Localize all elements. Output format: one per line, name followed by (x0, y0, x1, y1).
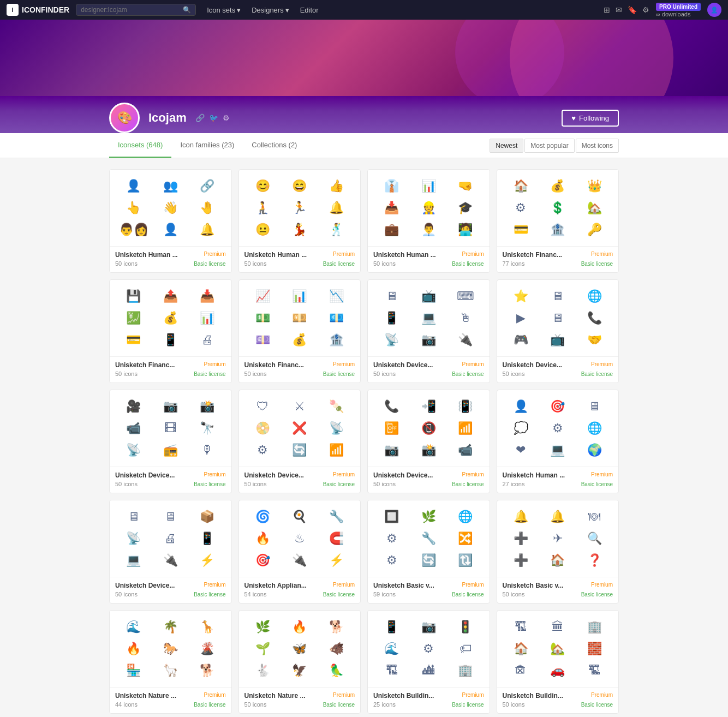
nav-icon-sets[interactable]: Icon sets ▾ (202, 4, 245, 16)
icon-card[interactable]: ⭐🖥🌐▶🖥📞🎮📺🤝 Unisketch Device... Premium 50… (497, 279, 619, 383)
mail-icon[interactable]: ✉ (616, 5, 622, 14)
pro-downloads: ∞ downloads (656, 11, 701, 17)
icon-card[interactable]: 👔📊🤜📥👷🎓💼👨‍💼🧑‍💻 Unisketch Human ... Premiu… (367, 169, 490, 273)
icon-symbol: 🤝 (577, 330, 612, 350)
icon-card[interactable]: 🛡⚔🍡📀❌📡⚙🔄📶 Unisketch Device... Premium 50… (238, 390, 361, 493)
card-count: 50 icons (373, 481, 396, 487)
icon-card[interactable]: 🔲🌿🌐⚙🔧🔀⚙🔄🔃 Unisketch Basic v... Premium 5… (367, 500, 490, 604)
card-license: Basic license (452, 702, 484, 708)
icon-symbol: 🏢 (577, 617, 612, 637)
card-title: Unisketch Applian... (244, 582, 307, 589)
link-icon[interactable]: 🔗 (195, 113, 205, 122)
bookmark-icon[interactable]: 🔖 (628, 5, 637, 14)
user-avatar[interactable]: 👤 (707, 3, 721, 17)
tab-iconsets[interactable]: Iconsets (648) (109, 133, 171, 158)
icon-symbol: 🔀 (448, 529, 483, 548)
grid-icon[interactable]: ⊞ (604, 5, 610, 14)
nav-designers[interactable]: Designers ▾ (247, 4, 294, 16)
icon-symbol: ⚙ (504, 198, 539, 218)
icon-card[interactable]: 🎥📷📸📹🎞🔭📡📻🎙 Unisketch Device... Premium 50… (109, 390, 232, 493)
card-title: Unisketch Basic v... (373, 582, 434, 589)
icon-symbol: 🔌 (448, 330, 483, 350)
icon-card[interactable]: 📱📷🚦🌊⚙🏷🏗🏙🏢 Unisketch Buildin... Premium 2… (367, 610, 490, 714)
icon-symbol: 🔄 (411, 551, 446, 570)
icon-symbol: 💳 (504, 220, 539, 240)
nav-editor[interactable]: Editor (296, 4, 323, 16)
icon-symbol: 💰 (282, 330, 317, 350)
icon-symbol: 🖥 (540, 308, 575, 328)
search-icon[interactable]: 🔍 (183, 6, 191, 14)
card-license: Basic license (581, 591, 613, 598)
icon-symbol: 🐕 (319, 617, 354, 637)
card-title: Unisketch Buildin... (503, 692, 563, 700)
icon-card[interactable]: 😊😄👍🧎🏃🔔😐💃🕺 Unisketch Human ... Premium 50… (238, 169, 361, 273)
card-count: 59 icons (373, 591, 396, 598)
settings-icon[interactable]: ⚙ (642, 5, 649, 14)
search-bar[interactable]: 🔍 (76, 4, 196, 16)
tab-icon-families[interactable]: Icon families (23) (171, 133, 243, 158)
profile-section: 🎨 Icojam 🔗 🐦 ⚙ ♥ Following (0, 96, 728, 133)
card-license: Basic license (452, 261, 484, 267)
logo[interactable]: I ICONFINDER (7, 4, 69, 16)
icon-symbol: 👤 (504, 397, 539, 416)
card-title: Unisketch Device... (373, 361, 433, 369)
search-input[interactable] (81, 6, 180, 14)
sort-most-icons[interactable]: Most icons (576, 139, 619, 153)
icon-symbol: 🏗 (577, 661, 612, 680)
twitter-icon[interactable]: 🐦 (209, 113, 218, 122)
icon-symbol: 📴 (374, 419, 409, 438)
icon-card[interactable]: 👤👥🔗👆👋🤚👨‍👩👤🔔 Unisketch Human ... Premium … (109, 169, 232, 273)
pro-badge: PRO Unlimited (656, 3, 701, 11)
icon-card[interactable]: 🔔🔔🍽➕✈🔍➕🏠❓ Unisketch Basic v... Premium 5… (497, 500, 619, 604)
icon-symbol: 👥 (153, 176, 188, 196)
card-license: Basic license (323, 591, 355, 598)
icon-symbol: 🔔 (190, 220, 225, 240)
icon-card[interactable]: 🖥📺⌨📱💻🖱📡📷🔌 Unisketch Device... Premium 50… (367, 279, 490, 383)
pro-badge-container: PRO Unlimited ∞ downloads (656, 3, 701, 17)
icon-symbol: 💳 (116, 330, 151, 350)
card-license: Basic license (581, 371, 613, 377)
icon-symbol: 📻 (153, 440, 188, 460)
icon-symbol: 📲 (411, 397, 446, 416)
following-button[interactable]: ♥ Following (562, 110, 619, 127)
icon-card[interactable]: 🌀🍳🔧🔥♨🧲🎯🔌⚡ Unisketch Applian... Premium 5… (238, 500, 361, 604)
card-license: Basic license (581, 481, 613, 487)
icon-symbol: 🧲 (319, 529, 354, 548)
sort-newest[interactable]: Newest (490, 139, 523, 153)
icon-symbol: 🌐 (577, 419, 612, 438)
premium-badge: Premium (204, 692, 225, 698)
icon-card[interactable]: 🌿🔥🐕🌱🦋🐗🐇🦅🦜 Unisketch Nature ... Premium 5… (238, 610, 361, 714)
icon-symbol: 🔥 (116, 639, 151, 659)
icon-card[interactable]: 👤🎯🖥💭⚙🌐❤💻🌍 Unisketch Human ... Premium 27… (497, 390, 619, 493)
icon-card[interactable]: 🌊🌴🦒🔥🐎🌋🏪🦙🐕 Unisketch Nature ... Premium 4… (109, 610, 232, 714)
icon-card[interactable]: 📞📲📳📴📵📶📷📸📹 Unisketch Device... Premium 50… (367, 390, 490, 493)
icon-symbol: 🌍 (577, 440, 612, 460)
sort-most-popular[interactable]: Most popular (524, 139, 574, 153)
icon-symbol: 🖥 (153, 507, 188, 527)
icon-symbol: 📱 (374, 308, 409, 328)
icon-card[interactable]: 🏗🏛🏢🏠🏡🧱🏚🚗🏗 Unisketch Buildin... Premium 5… (497, 610, 619, 714)
premium-badge: Premium (591, 471, 613, 477)
icon-card[interactable]: 🏠💰👑⚙💲🏡💳🏦🔑 Unisketch Financ... Premium 77… (497, 169, 619, 273)
icon-symbol: 🏠 (540, 551, 575, 570)
icon-symbol: 💼 (374, 220, 409, 240)
icon-symbol: 🏠 (504, 639, 539, 659)
icon-symbol: 📸 (190, 397, 225, 416)
card-title: Unisketch Device... (115, 471, 175, 479)
icon-symbol: ❓ (577, 551, 612, 570)
icon-symbol: 🏛 (540, 617, 575, 637)
icon-symbol: ⚡ (190, 551, 225, 570)
icon-card[interactable]: 💾📤📥💹💰📊💳📱🖨 Unisketch Financ... Premium 50… (109, 279, 232, 383)
icon-card[interactable]: 📈📊📉💵💴💶💷💰🏦 Unisketch Financ... Premium 50… (238, 279, 361, 383)
logo-text: ICONFINDER (22, 5, 69, 14)
icon-symbol: 👤 (153, 220, 188, 240)
icon-symbol: 🔑 (577, 220, 612, 240)
icon-symbol: 😐 (246, 220, 281, 240)
icon-symbol: 💴 (282, 308, 317, 328)
icon-card[interactable]: 🖥🖥📦📡🖨📱💻🔌⚡ Unisketch Device... Premium 50… (109, 500, 232, 604)
tab-collections[interactable]: Collections (2) (243, 133, 306, 158)
icon-symbol: 🎙 (190, 440, 225, 460)
icon-symbol: 🦅 (282, 661, 317, 680)
icon-symbol: 🔲 (374, 507, 409, 527)
settings-icon[interactable]: ⚙ (223, 113, 230, 122)
